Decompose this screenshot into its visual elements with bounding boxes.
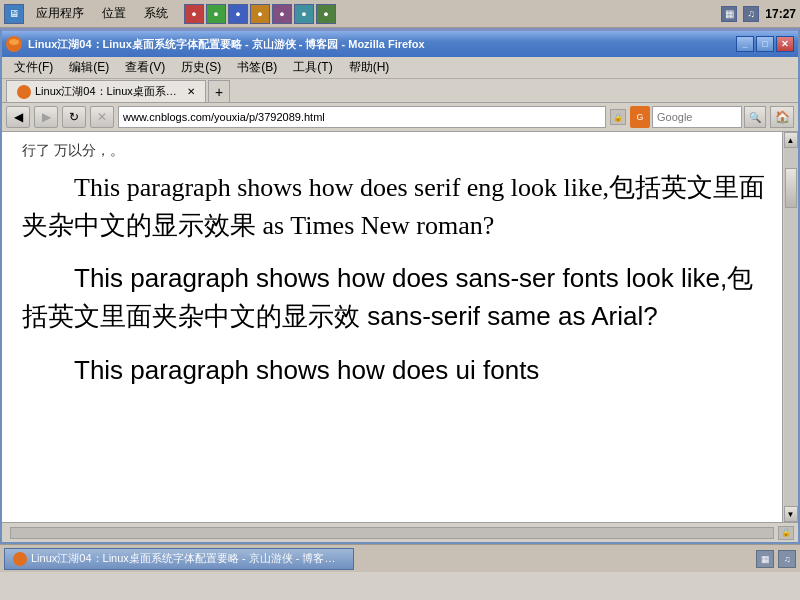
paragraph-sans-serif: This paragraph shows how does sans-ser f… (22, 260, 778, 335)
menu-history[interactable]: 历史(S) (173, 57, 229, 78)
desktop-menu-bar: 🖥 应用程序 位置 系统 ● ● ● ● ● ● ● (4, 3, 721, 24)
tab-close-icon[interactable]: ✕ (187, 86, 195, 97)
refresh-button[interactable]: ↻ (62, 106, 86, 128)
content-inner: 行了 万以分，。 This paragraph shows how does s… (2, 132, 798, 397)
back-button[interactable]: ◀ (6, 106, 30, 128)
taskbar-app-label: Linux江湖04：Linux桌面系统字体配置要略 - 京山游侠 - 博客园 -… (31, 551, 345, 566)
content-area: 行了 万以分，。 This paragraph shows how does s… (2, 132, 798, 522)
stop-button[interactable]: ✕ (90, 106, 114, 128)
system-tray-left: 🖥 (4, 4, 24, 24)
content-top-partial: 行了 万以分，。 (22, 140, 778, 161)
menu-view[interactable]: 查看(V) (117, 57, 173, 78)
taskbar-firefox-icon (13, 552, 27, 566)
status-icon-1: 🔒 (778, 526, 794, 540)
launcher-icon-5[interactable]: ● (272, 4, 292, 24)
sys-icon-network: ▦ (721, 6, 737, 22)
launcher-icon-7[interactable]: ● (316, 4, 336, 24)
progress-bar (10, 527, 774, 539)
firefox-logo (6, 36, 22, 52)
maximize-button[interactable]: □ (756, 36, 774, 52)
desktop-menu-apps[interactable]: 应用程序 (30, 3, 90, 24)
scrollbar[interactable]: ▲ ▼ (782, 132, 798, 522)
search-input[interactable] (652, 106, 742, 128)
taskbar-sys-icon-1: ▦ (756, 550, 774, 568)
home-button[interactable]: 🏠 (770, 106, 794, 128)
taskbar-firefox-app[interactable]: Linux江湖04：Linux桌面系统字体配置要略 - 京山游侠 - 博客园 -… (4, 548, 354, 570)
address-bar-area: ◀ ▶ ↻ ✕ www.cnblogs.com/youxia/p/3792089… (2, 103, 798, 132)
firefox-window: Linux江湖04：Linux桌面系统字体配置要略 - 京山游侠 - 博客园 -… (0, 28, 800, 544)
firefox-menubar: 文件(F) 编辑(E) 查看(V) 历史(S) 书签(B) 工具(T) 帮助(H… (2, 57, 798, 79)
desktop-menu-system[interactable]: 系统 (138, 3, 174, 24)
status-bar: 🔒 (2, 522, 798, 542)
menu-file[interactable]: 文件(F) (6, 57, 61, 78)
launcher-icon-3[interactable]: ● (228, 4, 248, 24)
tab-favicon (17, 85, 31, 99)
scroll-thumb[interactable] (785, 168, 797, 208)
new-tab-button[interactable]: + (208, 80, 230, 102)
tab-active[interactable]: Linux江湖04：Linux桌面系统字体... ✕ (6, 80, 206, 102)
close-button[interactable]: ✕ (776, 36, 794, 52)
top-desktop-taskbar: 🖥 应用程序 位置 系统 ● ● ● ● ● ● ● ▦ ♫ 17:27 (0, 0, 800, 28)
launcher-icon-1[interactable]: ● (184, 4, 204, 24)
desktop-menu-location[interactable]: 位置 (96, 3, 132, 24)
firefox-title: Linux江湖04：Linux桌面系统字体配置要略 - 京山游侠 - 博客园 -… (28, 37, 736, 52)
menu-tools[interactable]: 工具(T) (285, 57, 340, 78)
ssl-indicator: 🔒 (610, 109, 626, 125)
search-engine-icon: G (630, 106, 650, 128)
menu-bookmarks[interactable]: 书签(B) (229, 57, 285, 78)
forward-button[interactable]: ▶ (34, 106, 58, 128)
app-icon-1: 🖥 (4, 4, 24, 24)
clock: 17:27 (765, 7, 796, 21)
taskbar-right-area: ▦ ♫ (756, 550, 796, 568)
address-text: www.cnblogs.com/youxia/p/3792089.html (123, 111, 325, 123)
scroll-down-button[interactable]: ▼ (784, 506, 798, 522)
sys-icon-volume: ♫ (743, 6, 759, 22)
minimize-button[interactable]: _ (736, 36, 754, 52)
search-area: G 🔍 (630, 106, 766, 128)
paragraph-serif: This paragraph shows how does serif eng … (22, 169, 778, 244)
address-bar[interactable]: www.cnblogs.com/youxia/p/3792089.html (118, 106, 606, 128)
titlebar-buttons: _ □ ✕ (736, 36, 794, 52)
scroll-up-button[interactable]: ▲ (784, 132, 798, 148)
status-icons: 🔒 (778, 526, 794, 540)
launcher-icon-6[interactable]: ● (294, 4, 314, 24)
scroll-track[interactable] (784, 148, 798, 506)
paragraph-ui: This paragraph shows how does ui fonts (22, 352, 778, 390)
bottom-taskbar: Linux江湖04：Linux桌面系统字体配置要略 - 京山游侠 - 博客园 -… (0, 544, 800, 572)
tab-label: Linux江湖04：Linux桌面系统字体... (35, 84, 183, 99)
launcher-icon-4[interactable]: ● (250, 4, 270, 24)
menu-edit[interactable]: 编辑(E) (61, 57, 117, 78)
search-submit-button[interactable]: 🔍 (744, 106, 766, 128)
taskbar-sys-icon-2: ♫ (778, 550, 796, 568)
firefox-titlebar: Linux江湖04：Linux桌面系统字体配置要略 - 京山游侠 - 博客园 -… (2, 31, 798, 57)
tab-bar: Linux江湖04：Linux桌面系统字体... ✕ + (2, 79, 798, 103)
menu-help[interactable]: 帮助(H) (341, 57, 398, 78)
launcher-icon-2[interactable]: ● (206, 4, 226, 24)
